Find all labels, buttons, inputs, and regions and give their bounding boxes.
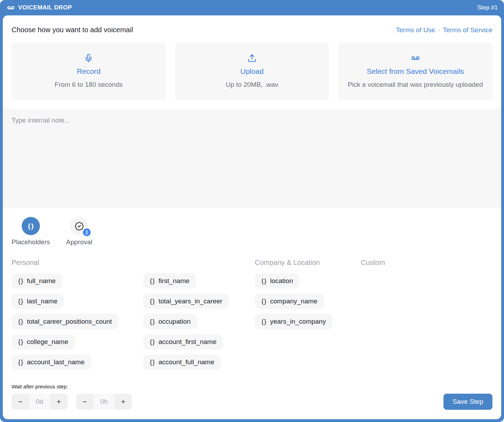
- braces-icon: {}: [150, 277, 155, 285]
- voicemail-icon: [410, 54, 421, 63]
- braces-icon: {}: [150, 318, 155, 325]
- placeholder-chip[interactable]: {} full_name: [12, 273, 62, 289]
- placeholder-chip[interactable]: {} company_name: [255, 294, 324, 309]
- placeholder-chip[interactable]: {} occupation: [143, 314, 197, 329]
- placeholder-chip[interactable]: {} last_name: [12, 294, 64, 309]
- braces-icon: {}: [261, 297, 267, 305]
- upload-option-label: Upload: [240, 67, 264, 76]
- braces-icon: {}: [18, 318, 24, 325]
- placeholder-section-title: Custom: [361, 259, 492, 267]
- days-increment-button[interactable]: +: [50, 394, 68, 410]
- upload-option-description: Up to 20MB, .wav: [226, 80, 278, 89]
- voicemail-drop-step-card: VOICEMAIL DROP Step #1 Choose how you wa…: [0, 0, 504, 422]
- hours-increment-button[interactable]: +: [114, 394, 132, 410]
- placeholder-chip[interactable]: {} location: [255, 273, 300, 289]
- wait-days-stepper: − 0d +: [12, 394, 68, 410]
- upload-option-card[interactable]: Upload Up to 20MB, .wav: [175, 43, 329, 100]
- braces-icon: {}: [18, 338, 24, 346]
- placeholder-chip[interactable]: {} account_full_name: [143, 354, 221, 370]
- placeholder-section-personal: Personal {} full_name {} last_name {} to…: [12, 259, 255, 370]
- wait-after-step-label: Wait after previous step:: [3, 370, 501, 389]
- placeholder-section-title: Personal: [12, 259, 255, 267]
- approval-button-label: Approval: [66, 238, 92, 246]
- braces-icon: {}: [261, 277, 267, 285]
- terms-of-use-link[interactable]: Terms of Use: [396, 26, 435, 34]
- wait-steppers: − 0d + − 0h +: [12, 394, 132, 410]
- braces-icon: {}: [18, 277, 24, 285]
- voicemail-source-options: Record From 6 to 180 seconds Upload Up t…: [3, 34, 501, 100]
- placeholder-chip[interactable]: {} account_last_name: [12, 354, 91, 370]
- step-number: Step #1: [477, 4, 498, 11]
- approval-button[interactable]: β Approval: [66, 217, 92, 246]
- placeholders-button-label: Placeholders: [12, 238, 50, 246]
- note-toolbar: {} Placeholders β Approval: [3, 208, 501, 246]
- braces-icon: {}: [261, 318, 267, 325]
- badge-check-icon: [75, 221, 84, 231]
- placeholder-chip[interactable]: {} total_career_positions_count: [12, 314, 119, 329]
- placeholder-chip[interactable]: {} first_name: [143, 273, 196, 289]
- saved-voicemails-option-card[interactable]: Select from Saved Voicemails Pick a voic…: [338, 43, 492, 100]
- save-step-button[interactable]: Save Step: [443, 394, 492, 410]
- internal-note-input[interactable]: [3, 109, 501, 208]
- braces-icon: {}: [150, 338, 155, 346]
- placeholder-section-title: Company & Location: [255, 259, 361, 267]
- step-title: VOICEMAIL DROP: [18, 4, 72, 11]
- days-decrement-button[interactable]: −: [12, 394, 29, 410]
- placeholder-section-custom: Custom: [361, 259, 492, 370]
- braces-icon: {}: [28, 222, 35, 230]
- record-option-card[interactable]: Record From 6 to 180 seconds: [12, 43, 166, 100]
- record-option-description: From 6 to 180 seconds: [55, 80, 122, 89]
- hours-decrement-button[interactable]: −: [76, 394, 93, 410]
- step-panel: Choose how you want to add voicemail Ter…: [3, 15, 501, 419]
- upload-icon: [247, 54, 257, 63]
- saved-voicemails-option-label: Select from Saved Voicemails: [367, 67, 464, 76]
- terms-links: Terms of Use · Terms of Service: [396, 26, 492, 34]
- braces-icon: {}: [150, 297, 155, 305]
- placeholder-chip[interactable]: {} account_first_name: [143, 334, 223, 350]
- braces-icon: {}: [150, 358, 155, 366]
- beta-badge: β: [83, 228, 91, 236]
- placeholder-section-company: Company & Location {} location {} compan…: [255, 259, 361, 370]
- placeholders-button[interactable]: {} Placeholders: [12, 217, 50, 246]
- placeholder-chip[interactable]: {} total_years_in_career: [143, 294, 229, 309]
- placeholder-chip[interactable]: {} years_in_company: [255, 314, 332, 329]
- page-title: Choose how you want to add voicemail: [12, 26, 133, 34]
- placeholder-sections: Personal {} full_name {} last_name {} to…: [3, 246, 501, 370]
- terms-separator: ·: [438, 26, 440, 34]
- microphone-icon: [84, 54, 93, 63]
- wait-hours-stepper: − 0h +: [76, 394, 132, 410]
- braces-icon: {}: [18, 358, 24, 366]
- days-value: 0d: [29, 394, 50, 410]
- braces-icon: {}: [18, 297, 24, 305]
- voicemail-icon: [7, 4, 15, 12]
- terms-of-service-link[interactable]: Terms of Service: [443, 26, 492, 34]
- saved-voicemails-option-description: Pick a voicemail that was previously upl…: [348, 80, 483, 89]
- step-header: VOICEMAIL DROP Step #1: [0, 0, 504, 15]
- placeholder-chip[interactable]: {} college_name: [12, 334, 75, 350]
- hours-value: 0h: [93, 394, 114, 410]
- record-option-label: Record: [77, 67, 100, 76]
